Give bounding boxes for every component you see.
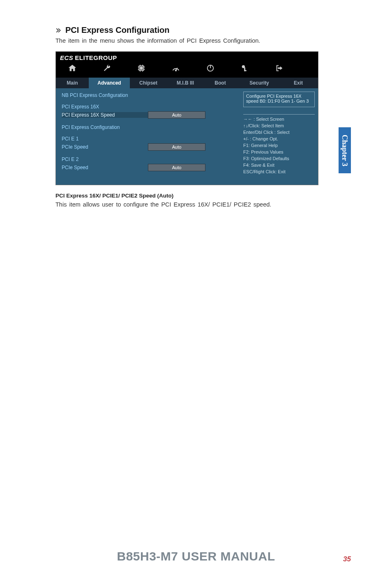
tab-exit[interactable]: Exit bbox=[282, 78, 315, 88]
key-change: +/- : Change Opt. bbox=[243, 136, 315, 142]
chapter-side-label: Chapter 3 bbox=[341, 134, 349, 166]
key-select-screen: →← : Select Screen bbox=[243, 116, 315, 123]
bios-body: NB PCI Express Configuration PCI Express… bbox=[56, 88, 318, 185]
pci-express-config-label: PCI Express Configuration bbox=[62, 124, 148, 130]
bios-right-pane: Configure PCI Express 16X speed B0: D1:F… bbox=[240, 88, 318, 185]
body-text: This item allows user to configure the P… bbox=[55, 201, 351, 208]
bios-top-bar: ECS ELITEGROUP bbox=[56, 52, 318, 78]
bios-key-help: →← : Select Screen ↑↓/Click: Select Item… bbox=[243, 113, 315, 175]
pcie1-speed-label[interactable]: PCIe Speed bbox=[62, 144, 148, 150]
home-icon[interactable] bbox=[67, 64, 77, 75]
bios-logo-row: ECS ELITEGROUP bbox=[60, 54, 314, 61]
bios-left-pane: NB PCI Express Configuration PCI Express… bbox=[56, 88, 240, 185]
pcie16x-label: PCI Express 16X bbox=[62, 104, 148, 110]
tab-boot[interactable]: Boot bbox=[204, 78, 237, 88]
key-f4: F4: Save & Exit bbox=[243, 162, 315, 169]
intro-text: The item in the menu shows the informati… bbox=[55, 37, 351, 44]
chapter-side-tab: Chapter 3 bbox=[339, 127, 351, 173]
pcie16x-speed-value[interactable]: Auto bbox=[148, 111, 205, 119]
pcie2-label: PCI E 2 bbox=[62, 156, 148, 162]
pcie2-speed-label[interactable]: PCIe Speed bbox=[62, 165, 148, 170]
tab-security[interactable]: Security bbox=[237, 78, 282, 88]
bios-tab-row: Main Advanced Chipset M.I.B III Boot Sec… bbox=[56, 78, 318, 88]
tab-advanced[interactable]: Advanced bbox=[89, 78, 130, 88]
key-icon[interactable] bbox=[240, 64, 250, 75]
power-icon[interactable] bbox=[205, 64, 215, 75]
svg-rect-1 bbox=[140, 67, 143, 69]
sub-heading: PCI Express 16X/ PCIE1/ PCIE2 Speed (Aut… bbox=[55, 193, 351, 199]
gauge-icon[interactable] bbox=[171, 64, 181, 75]
wrench-icon[interactable] bbox=[102, 64, 112, 75]
chip-icon[interactable] bbox=[136, 64, 146, 75]
tab-main[interactable]: Main bbox=[56, 78, 89, 88]
key-select-item: ↑↓/Click: Select Item bbox=[243, 123, 315, 129]
exit-icon[interactable] bbox=[274, 64, 284, 75]
bios-icon-row bbox=[60, 61, 314, 77]
pcie1-label: PCI E 1 bbox=[62, 136, 148, 142]
key-enter: Enter/Dbl Click : Select bbox=[243, 129, 315, 136]
bios-window: ECS ELITEGROUP bbox=[55, 51, 318, 185]
nb-pci-config-title: NB PCI Express Configuration bbox=[62, 92, 148, 98]
bios-help-box: Configure PCI Express 16X speed B0: D1:F… bbox=[243, 92, 315, 107]
pcie1-speed-value[interactable]: Auto bbox=[148, 143, 205, 151]
bios-brand: ELITEGROUP bbox=[75, 54, 117, 61]
section-title: PCI Express Configuration bbox=[65, 25, 169, 35]
tab-mib[interactable]: M.I.B III bbox=[167, 78, 204, 88]
pcie2-speed-value[interactable]: Auto bbox=[148, 164, 205, 171]
tab-chipset[interactable]: Chipset bbox=[130, 78, 167, 88]
double-chevron-icon bbox=[55, 28, 61, 33]
key-esc: ESC/Right Click: Exit bbox=[243, 169, 315, 175]
pcie16x-speed-label[interactable]: PCI Express 16X Speed bbox=[62, 112, 148, 118]
page-number: 35 bbox=[343, 555, 351, 563]
footer-title: B85H3-M7 USER MANUAL bbox=[117, 549, 275, 563]
ecs-logo-icon: ECS bbox=[60, 54, 73, 61]
key-f1: F1: General Help bbox=[243, 142, 315, 149]
svg-point-11 bbox=[175, 70, 177, 71]
key-f3: F3: Optimized Defaults bbox=[243, 156, 315, 162]
svg-rect-16 bbox=[244, 70, 247, 71]
key-f2: F2: Previous Values bbox=[243, 149, 315, 156]
